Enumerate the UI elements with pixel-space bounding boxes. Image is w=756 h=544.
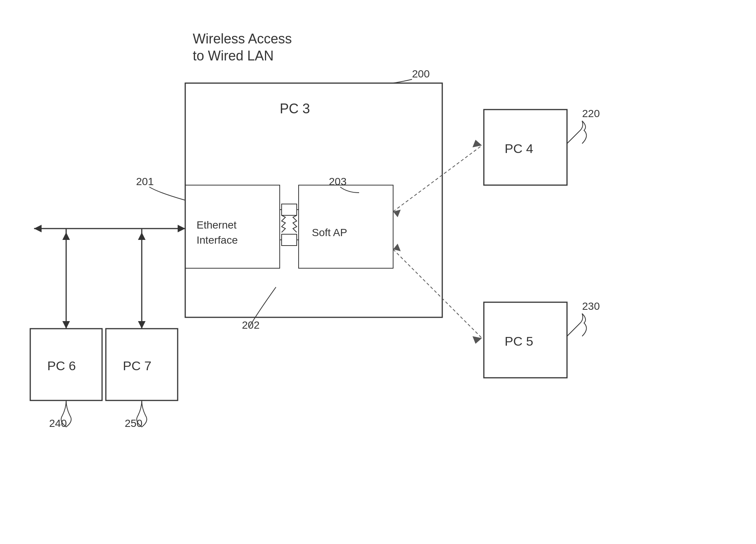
pc3-box [185, 83, 442, 317]
right-arrowhead [178, 225, 185, 232]
left-arrowhead [34, 225, 42, 232]
bridge-symbol [280, 204, 299, 246]
pc7-down-arrowhead [138, 321, 146, 329]
ref-203-label: 203 [329, 176, 347, 187]
pc3-label: PC 3 [280, 101, 310, 116]
pc5-label: PC 5 [505, 334, 533, 348]
title-line1: Wireless Access [193, 31, 292, 46]
title-line2: to Wired LAN [193, 48, 274, 63]
ref-240-label: 240 [49, 417, 67, 429]
soft-ap-label: Soft AP [312, 227, 347, 238]
pc6-down-arrowhead [62, 321, 70, 329]
soft-ap-to-pc5-line [393, 249, 482, 338]
network-diagram: PC 3 Ethernet Interface Soft AP 201 [0, 0, 756, 544]
svg-rect-1 [282, 204, 297, 215]
ref-200-label: 200 [412, 68, 430, 80]
svg-rect-2 [282, 234, 297, 246]
ref-230-label: 230 [582, 300, 600, 312]
pc4-arrowhead [472, 140, 482, 147]
svg-text:Interface: Interface [197, 234, 238, 246]
pc7-up-arrowhead [138, 232, 146, 240]
pc4-label: PC 4 [505, 141, 533, 156]
pc6-label: PC 6 [47, 359, 76, 373]
pc5-arrowhead [472, 336, 482, 344]
ethernet-interface-label: Ethernet [197, 219, 237, 231]
ref-220-label: 220 [582, 108, 600, 119]
soft-ap-to-pc4-line [393, 145, 482, 212]
ref-250-label: 250 [125, 417, 143, 429]
pc7-label: PC 7 [123, 359, 152, 373]
pc6-up-arrowhead [62, 232, 70, 240]
ref-201-label: 201 [136, 176, 154, 187]
